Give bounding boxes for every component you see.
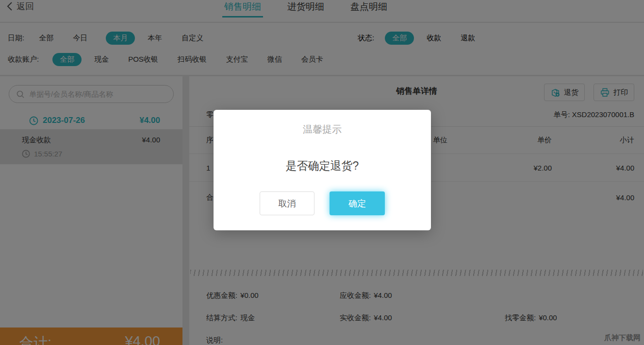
dialog-title: 温馨提示 (214, 123, 431, 136)
watermark-text: 爪神下载网 (604, 333, 641, 343)
dialog-buttons: 取消 确定 (214, 191, 431, 215)
confirm-return-dialog: 温馨提示 是否确定退货? 取消 确定 (214, 110, 431, 230)
cancel-button[interactable]: 取消 (260, 191, 314, 215)
confirm-button[interactable]: 确定 (330, 191, 385, 215)
dialog-message: 是否确定退货? (214, 158, 431, 173)
